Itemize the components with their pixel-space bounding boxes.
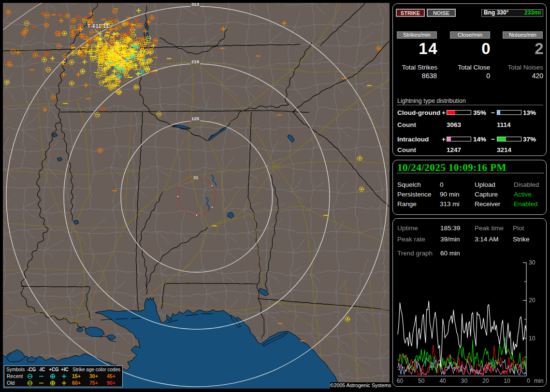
svg-text:313: 313 xyxy=(191,3,199,7)
svg-text:T-611 11: T-611 11 xyxy=(87,23,109,29)
svg-text:+CG: +CG xyxy=(49,367,59,372)
svg-text:Recent: Recent xyxy=(7,373,23,379)
svg-text:31: 31 xyxy=(193,175,199,180)
svg-text:125: 125 xyxy=(191,116,200,121)
svg-text:30: 30 xyxy=(461,378,468,384)
svg-text:Symbols: Symbols xyxy=(6,367,25,372)
svg-text:+IC: +IC xyxy=(61,367,69,372)
svg-text:60: 60 xyxy=(397,378,404,384)
svg-text:0: 0 xyxy=(527,378,530,384)
svg-text:75+: 75+ xyxy=(89,380,98,386)
svg-text:60+: 60+ xyxy=(72,380,81,386)
svg-text:-CG: -CG xyxy=(27,367,36,372)
svg-text:Strike age color codes: Strike age color codes xyxy=(72,367,120,372)
svg-text:30: 30 xyxy=(529,259,536,266)
svg-text:90+: 90+ xyxy=(107,380,116,386)
svg-text:min: min xyxy=(534,378,543,384)
svg-text:219: 219 xyxy=(191,59,199,64)
svg-text:30+: 30+ xyxy=(89,373,98,379)
svg-text:Old: Old xyxy=(7,380,15,386)
svg-text:15+: 15+ xyxy=(72,373,81,379)
svg-text:20: 20 xyxy=(529,297,536,304)
svg-text:40: 40 xyxy=(439,378,446,384)
svg-text:20: 20 xyxy=(482,378,489,384)
svg-text:-IC: -IC xyxy=(39,367,45,372)
svg-text:10: 10 xyxy=(529,335,536,342)
svg-text:45+: 45+ xyxy=(107,373,116,379)
svg-text:50: 50 xyxy=(418,378,425,384)
svg-text:10: 10 xyxy=(504,378,510,384)
